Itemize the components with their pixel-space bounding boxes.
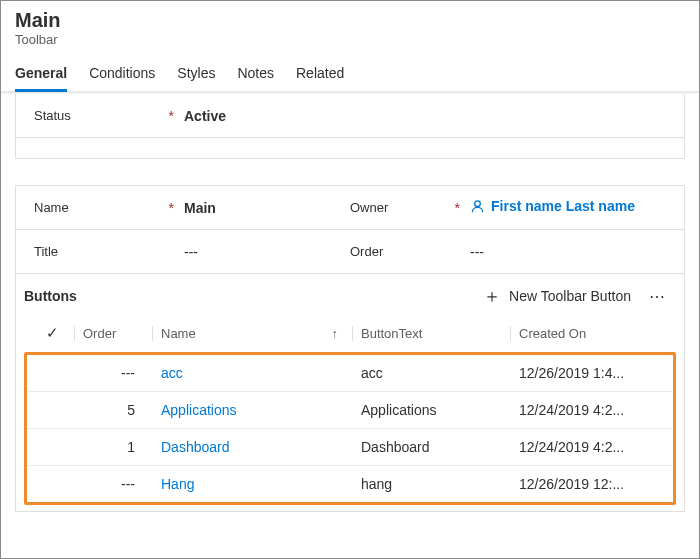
required-marker: * [455,200,460,216]
title-field[interactable]: Title --- [34,244,350,260]
order-value: --- [470,244,666,260]
required-marker: * [169,200,174,216]
cell-order: 1 [75,439,153,455]
more-commands-button[interactable]: ⋯ [649,287,666,306]
tab-notes[interactable]: Notes [237,61,274,91]
owner-label: Owner [350,200,388,215]
column-button-text[interactable]: ButtonText [352,326,510,341]
buttons-section-header: Buttons ＋ New Toolbar Button ⋯ [16,274,684,318]
select-all-checkbox[interactable]: ✓ [46,324,74,342]
new-toolbar-button[interactable]: ＋ New Toolbar Button [483,284,631,308]
cell-order: 5 [75,402,153,418]
column-order[interactable]: Order [74,326,152,341]
details-card: Name* Main Owner* First name Last name [15,185,685,512]
plus-icon: ＋ [483,284,501,308]
table-row[interactable]: 1 Dashboard Dashboard 12/24/2019 4:2... [27,428,673,465]
tab-related[interactable]: Related [296,61,344,91]
cell-created-on: 12/26/2019 1:4... [511,365,673,381]
tab-bar: General Conditions Styles Notes Related [1,47,699,92]
cell-button-text: acc [353,365,511,381]
required-marker: * [169,108,174,124]
cell-name: Applications [153,402,353,418]
sort-asc-icon: ↑ [332,326,339,341]
tab-general[interactable]: General [15,61,67,91]
form-body: Status* Active Name* Main Owner* [1,94,699,512]
table-row[interactable]: 5 Applications Applications 12/24/2019 4… [27,391,673,428]
title-order-row: Title --- Order --- [16,230,684,274]
owner-field[interactable]: Owner* First name Last name [350,198,666,216]
buttons-grid: ✓ Order Name ↑ ButtonText Created On ---… [16,318,684,505]
form-window: Main Toolbar General Conditions Styles N… [0,0,700,559]
cell-name: Hang [153,476,353,492]
highlight-annotation: --- acc acc 12/26/2019 1:4... 5 Applicat… [24,352,676,505]
table-row[interactable]: --- acc acc 12/26/2019 1:4... [27,355,673,391]
order-label: Order [350,244,470,259]
column-created-on[interactable]: Created On [510,326,684,341]
cell-button-text: Dashboard [353,439,511,455]
cell-created-on: 12/24/2019 4:2... [511,439,673,455]
cell-name: Dashboard [153,439,353,455]
record-link[interactable]: Dashboard [161,439,230,455]
buttons-section-title: Buttons [24,288,77,304]
status-field[interactable]: Status* Active [16,94,684,138]
cell-button-text: hang [353,476,511,492]
form-header: Main Toolbar [1,1,699,47]
owner-value[interactable]: First name Last name [470,198,666,216]
record-link[interactable]: Applications [161,402,237,418]
record-link[interactable]: Hang [161,476,194,492]
cell-name: acc [153,365,353,381]
entity-name: Toolbar [15,32,685,47]
cell-button-text: Applications [353,402,511,418]
page-title: Main [15,9,685,32]
person-icon [470,199,485,217]
table-row[interactable]: --- Hang hang 12/26/2019 12:... [27,465,673,502]
tab-styles[interactable]: Styles [177,61,215,91]
name-label: Name [34,200,69,215]
title-value: --- [184,244,350,260]
grid-header: ✓ Order Name ↑ ButtonText Created On [16,318,684,352]
svg-point-0 [475,201,481,207]
status-label: Status* [34,108,184,123]
status-value: Active [184,108,666,124]
cell-created-on: 12/26/2019 12:... [511,476,673,492]
status-card: Status* Active [15,94,685,159]
record-link[interactable]: acc [161,365,183,381]
tab-conditions[interactable]: Conditions [89,61,155,91]
name-owner-row: Name* Main Owner* First name Last name [16,186,684,230]
name-value: Main [184,200,350,216]
name-field[interactable]: Name* Main [34,200,350,216]
order-field[interactable]: Order --- [350,244,666,260]
cell-created-on: 12/24/2019 4:2... [511,402,673,418]
column-name[interactable]: Name ↑ [152,326,352,341]
cell-order: --- [75,476,153,492]
title-label: Title [34,244,184,259]
cell-order: --- [75,365,153,381]
